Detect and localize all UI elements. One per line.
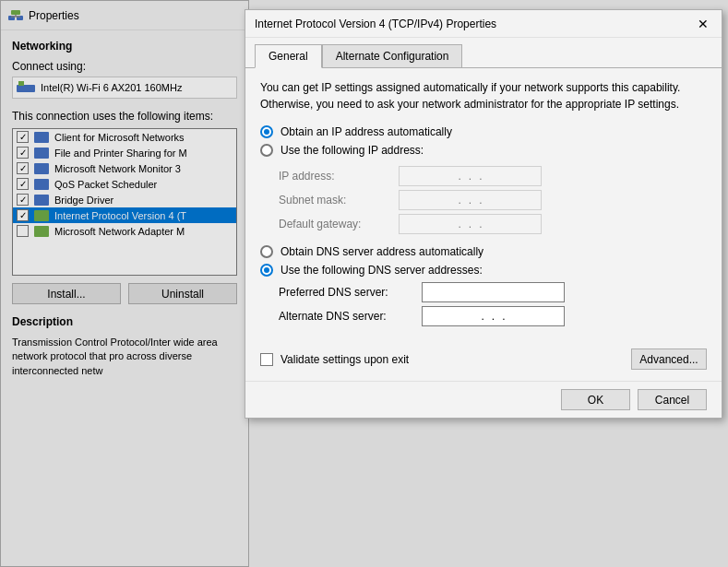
use-dns-row[interactable]: Use the following DNS server addresses: [260,264,707,277]
obtain-dns-label: Obtain DNS server address automatically [280,245,483,258]
ok-button[interactable]: OK [561,389,630,410]
validate-left: Validate settings upon exit [260,353,409,366]
use-dns-radio[interactable] [260,264,273,277]
close-button[interactable]: ✕ [694,15,712,33]
preferred-dns-input[interactable] [422,282,565,302]
use-dns-label: Use the following DNS server addresses: [280,264,483,277]
modal-footer: OK Cancel [245,381,722,418]
obtain-dns-row[interactable]: Obtain DNS server address automatically [260,245,707,258]
advanced-button[interactable]: Advanced... [631,348,707,370]
alternate-dns-input[interactable]: ... [422,306,565,326]
subnet-mask-label: Subnet mask: [279,194,399,207]
ip-address-label: IP address: [279,170,399,183]
ip-address-input[interactable]: ... [399,166,542,186]
obtain-ip-row[interactable]: Obtain an IP address automatically [260,125,707,138]
ip-radio-group: Obtain an IP address automatically Use t… [260,125,707,157]
modal-overlay: Internet Protocol Version 4 (TCP/IPv4) P… [0,0,728,567]
obtain-ip-radio[interactable] [260,125,273,138]
tab-general[interactable]: General [255,44,322,68]
modal-body: You can get IP settings assigned automat… [245,67,722,381]
ip-fields-group: IP address: ... Subnet mask: ... Default… [279,166,707,234]
obtain-dns-radio[interactable] [260,245,273,258]
ip-address-row: IP address: ... [279,166,707,186]
validate-row: Validate settings upon exit Advanced... [260,341,707,370]
validate-checkbox[interactable] [260,353,273,366]
default-gateway-label: Default gateway: [279,218,399,230]
obtain-ip-label: Obtain an IP address automatically [280,125,452,138]
use-following-ip-radio[interactable] [260,144,273,157]
alternate-dns-row: Alternate DNS server: ... [279,306,707,326]
info-text: You can get IP settings assigned automat… [260,79,707,112]
validate-label: Validate settings upon exit [280,353,409,366]
ipv4-properties-dialog: Internet Protocol Version 4 (TCP/IPv4) P… [245,9,722,419]
preferred-dns-row: Preferred DNS server: [279,282,707,302]
subnet-mask-row: Subnet mask: ... [279,190,707,210]
modal-titlebar: Internet Protocol Version 4 (TCP/IPv4) P… [245,10,722,38]
cancel-button[interactable]: Cancel [638,389,707,410]
use-following-ip-label: Use the following IP address: [280,144,424,157]
dns-fields-group: Preferred DNS server: Alternate DNS serv… [279,282,707,326]
default-gateway-row: Default gateway: ... [279,214,707,234]
alternate-dns-label: Alternate DNS server: [279,310,422,323]
tab-alternate-configuration[interactable]: Alternate Configuration [322,44,463,68]
tabs-row: General Alternate Configuration [245,38,722,67]
preferred-dns-label: Preferred DNS server: [279,286,422,299]
modal-title: Internet Protocol Version 4 (TCP/IPv4) P… [255,18,496,30]
dns-section: Obtain DNS server address automatically … [260,245,707,277]
use-following-ip-row[interactable]: Use the following IP address: [260,144,707,157]
subnet-mask-input[interactable]: ... [399,190,542,210]
default-gateway-input[interactable]: ... [399,214,542,234]
